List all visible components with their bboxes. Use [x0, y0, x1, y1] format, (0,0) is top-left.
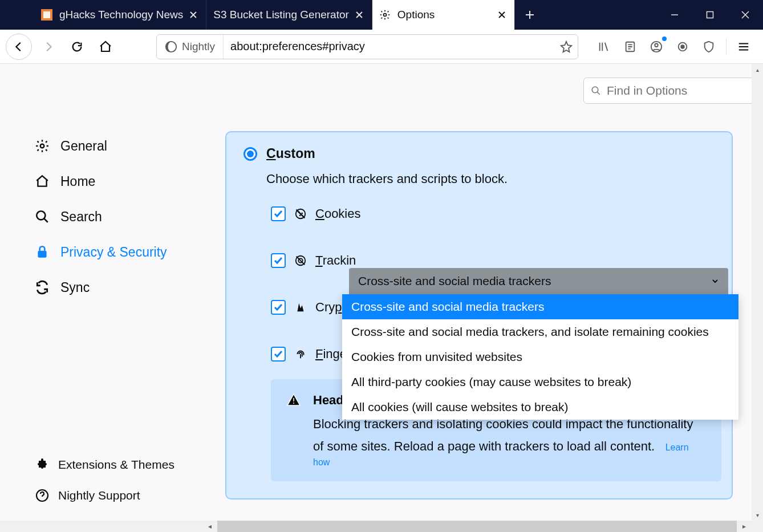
dropdown-option[interactable]: Cross-site and social media trackers, an… [342, 319, 738, 344]
chevron-down-icon [711, 274, 719, 288]
svg-point-11 [40, 144, 44, 148]
tab-label: gHacks Technology News [59, 9, 183, 21]
preferences-sidebar: General Home Search Privacy & Security S… [0, 64, 225, 521]
preferences-content: Find in Options General Home Search Priv… [0, 64, 763, 521]
checkbox-checked-icon[interactable] [271, 300, 286, 315]
url-text[interactable]: about:preferences#privacy [224, 40, 555, 53]
minimize-button[interactable] [657, 0, 692, 30]
nightly-icon [165, 40, 177, 53]
tab-options[interactable]: Options [372, 0, 515, 30]
scroll-left-arrow-icon[interactable]: ◂ [202, 522, 217, 530]
horizontal-scrollbar[interactable]: ◂ ▸ [202, 521, 752, 532]
dropdown-option[interactable]: Cookies from unvisited websites [342, 344, 738, 369]
close-icon[interactable] [354, 9, 365, 21]
svg-rect-3 [707, 12, 713, 18]
maximize-button[interactable] [692, 0, 728, 30]
home-icon [34, 173, 50, 189]
library-icon[interactable] [592, 35, 615, 58]
cookies-dropdown-list[interactable]: Cross-site and social media trackers Cro… [342, 294, 738, 420]
menu-button[interactable] [732, 35, 755, 58]
sidebar-item-general[interactable]: General [34, 138, 225, 154]
extension-icon[interactable] [671, 35, 694, 58]
sidebar-item-label: Home [60, 174, 95, 189]
sidebar-item-privacy[interactable]: Privacy & Security [34, 244, 225, 260]
warning-icon [287, 393, 301, 468]
scroll-up-arrow-icon[interactable]: ▴ [752, 64, 763, 75]
puzzle-icon [34, 457, 50, 473]
back-button[interactable] [6, 34, 32, 60]
svg-point-12 [36, 211, 45, 220]
tab-s3[interactable]: S3 Bucket Listing Generator [206, 0, 372, 30]
bookmark-star-icon[interactable] [555, 40, 578, 53]
window-close-button[interactable] [728, 0, 763, 30]
svg-point-2 [383, 14, 386, 17]
checkbox-checked-icon[interactable] [271, 206, 286, 221]
sidebar-bottom: Extensions & Themes Nightly Support [34, 457, 174, 503]
close-icon[interactable] [496, 9, 508, 21]
scroll-track[interactable] [217, 521, 737, 532]
svg-point-7 [655, 43, 658, 47]
home-button[interactable] [94, 35, 117, 59]
cookie-block-icon [294, 207, 307, 221]
svg-rect-1 [43, 11, 50, 18]
window-controls [657, 0, 763, 30]
sidebar-item-sync[interactable]: Sync [34, 279, 225, 295]
dropdown-selected-label: Cross-site and social media trackers [358, 274, 551, 288]
custom-label: CCustomustom [266, 146, 315, 161]
tracking-label: Trackin [315, 253, 356, 268]
checkbox-checked-icon[interactable] [271, 253, 286, 268]
new-tab-button[interactable] [515, 0, 545, 30]
sidebar-item-label: Sync [60, 280, 90, 295]
custom-radio-row[interactable]: CCustomustom [243, 146, 715, 161]
cookies-label: Cookies [315, 206, 360, 221]
sidebar-item-label: General [60, 139, 107, 154]
tab-label: S3 Bucket Listing Generator [213, 9, 349, 21]
divider [726, 39, 727, 55]
lock-icon [34, 244, 50, 260]
toolbar-extensions [592, 35, 757, 58]
scroll-down-arrow-icon[interactable]: ▾ [752, 509, 763, 521]
forward-button [36, 35, 60, 59]
search-icon [34, 209, 50, 225]
sidebar-item-home[interactable]: Home [34, 173, 225, 189]
gear-icon [379, 9, 391, 21]
sidebar-item-support[interactable]: Nightly Support [34, 488, 174, 503]
close-icon[interactable] [188, 9, 199, 21]
sync-icon [34, 279, 50, 295]
shield-icon[interactable] [697, 35, 720, 58]
sidebar-item-label: Privacy & Security [60, 245, 167, 260]
tab-ghacks[interactable]: gHacks Technology News [34, 0, 206, 30]
sidebar-item-label: Extensions & Themes [58, 458, 174, 472]
sidebar-item-search[interactable]: Search [34, 209, 225, 225]
reader-icon[interactable] [619, 35, 642, 58]
fingerprint-icon [294, 347, 307, 361]
identity-box[interactable]: Nightly [157, 35, 224, 59]
browser-tab-strip: gHacks Technology News S3 Bucket Listing… [0, 0, 763, 30]
reload-button[interactable] [65, 35, 89, 59]
tab-label: Options [397, 9, 492, 21]
url-bar[interactable]: Nightly about:preferences#privacy [156, 34, 578, 59]
dropdown-option[interactable]: All cookies (will cause websites to brea… [342, 395, 738, 420]
sidebar-item-extensions[interactable]: Extensions & Themes [34, 457, 174, 473]
cookies-dropdown[interactable]: Cross-site and social media trackers [349, 268, 728, 294]
custom-description: Choose which trackers and scripts to blo… [266, 172, 715, 186]
vertical-scrollbar[interactable]: ▴ ▾ [752, 64, 763, 521]
gear-icon [34, 138, 50, 154]
svg-point-18 [299, 214, 301, 216]
favicon-ghacks [41, 9, 52, 21]
radio-selected-icon[interactable] [243, 147, 257, 161]
tracking-icon [294, 254, 307, 267]
scroll-right-arrow-icon[interactable]: ▸ [737, 522, 752, 530]
crypto-icon [294, 300, 307, 314]
svg-rect-13 [38, 251, 46, 258]
cookies-row: Cookies [271, 200, 715, 228]
infobox-body: Blocking trackers and isolating cookies … [313, 417, 693, 453]
account-icon[interactable] [645, 35, 668, 58]
svg-point-9 [681, 45, 684, 48]
sidebar-item-label: Search [60, 209, 102, 225]
dropdown-option[interactable]: All third-party cookies (may cause websi… [342, 369, 738, 395]
browser-toolbar: Nightly about:preferences#privacy [0, 30, 763, 64]
dropdown-option[interactable]: Cross-site and social media trackers [342, 294, 738, 319]
checkbox-checked-icon[interactable] [271, 347, 286, 362]
identity-label: Nightly [182, 40, 215, 53]
